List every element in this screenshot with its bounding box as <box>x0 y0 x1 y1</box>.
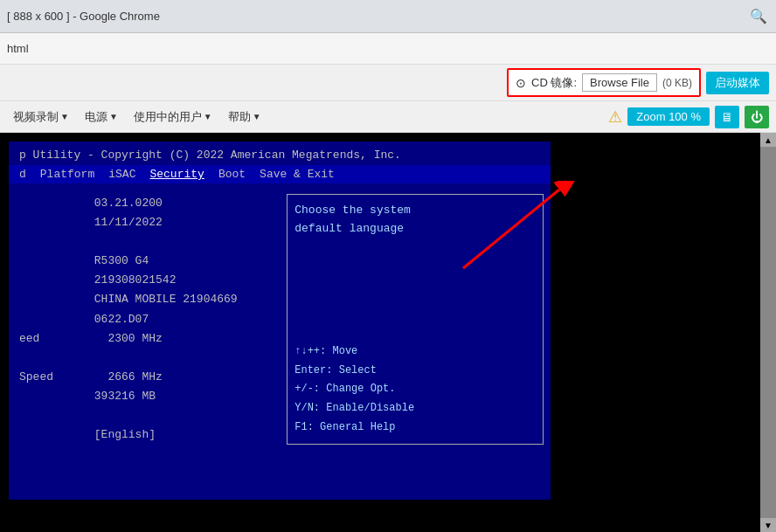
bios-left-panel: 03.21.0200 11/11/2022 R5300 G4 219308021… <box>9 190 287 448</box>
scrollbar-up[interactable]: ▲ <box>760 133 776 147</box>
file-size: (0 KB) <box>662 77 692 89</box>
browse-file-button[interactable]: Browse File <box>582 73 657 92</box>
bios-menu-item-boot[interactable]: Boot <box>218 168 246 181</box>
bios-menu-item-d[interactable]: d <box>19 168 26 181</box>
bios-header-text: p Utility - Copyright (C) 2022 American … <box>19 149 401 162</box>
cd-label: CD 镜像: <box>531 75 577 91</box>
bios-content: 03.21.0200 11/11/2022 R5300 G4 219308021… <box>9 183 551 455</box>
address-bar: html <box>0 33 776 65</box>
monitor-button[interactable]: 🖥 <box>715 106 739 128</box>
bios-right-text: Choose the systemdefault language <box>294 202 536 238</box>
dropdown-arrow3: ▼ <box>204 112 212 121</box>
bios-menu-item-platform[interactable]: Platform <box>40 168 94 181</box>
dropdown-arrow2: ▼ <box>109 112 118 121</box>
scrollbar[interactable]: ▲ ▼ <box>760 133 776 532</box>
power-button[interactable]: ⏻ <box>745 106 769 128</box>
dropdown-arrow4: ▼ <box>253 112 261 121</box>
scrollbar-down[interactable]: ▼ <box>760 518 776 532</box>
bios-container: p Utility - Copyright (C) 2022 American … <box>0 133 760 532</box>
bios-row: 03.21.0200 11/11/2022 R5300 G4 219308021… <box>19 194 276 445</box>
warning-icon: ⚠ <box>608 107 622 127</box>
bios-screen: p Utility - Copyright (C) 2022 American … <box>9 142 551 500</box>
zoom-button[interactable]: Zoom 100 % <box>627 107 710 126</box>
power-dropdown[interactable]: 电源 ▼ <box>79 106 124 128</box>
bios-menubar: d Platform iSAC Security Boot Save & Exi… <box>9 165 551 183</box>
cd-mirror-section: ⊙ CD 镜像: Browse File (0 KB) <box>507 68 701 97</box>
address-text: html <box>7 42 769 55</box>
video-record-dropdown[interactable]: 视频录制 ▼ <box>7 106 75 128</box>
vm-toolbar2: 视频录制 ▼ 电源 ▼ 使用中的用户 ▼ 帮助 ▼ ⚠ Zoom 100 % 🖥… <box>0 101 776 133</box>
scrollbar-track <box>760 147 776 518</box>
bios-right-panel: Choose the systemdefault language ↑↓++: … <box>287 194 544 445</box>
power-label: 电源 <box>85 109 107 125</box>
active-user-dropdown[interactable]: 使用中的用户 ▼ <box>128 106 218 128</box>
bios-right-bottom: ↑↓++: Move Enter: Select +/-: Change Opt… <box>294 342 536 437</box>
bios-menu-item-security[interactable]: Security <box>149 168 204 181</box>
toolbar-right: ⚠ Zoom 100 % 🖥 ⏻ <box>608 106 769 128</box>
active-user-label: 使用中的用户 <box>134 109 202 125</box>
cd-icon: ⊙ <box>516 76 526 90</box>
help-dropdown[interactable]: 帮助 ▼ <box>222 106 267 128</box>
bios-menu-item-save-exit[interactable]: Save & Exit <box>260 168 335 181</box>
help-label: 帮助 <box>228 109 251 125</box>
search-icon[interactable]: 🔍 <box>748 6 769 27</box>
bios-header: p Utility - Copyright (C) 2022 American … <box>9 142 551 165</box>
start-media-button[interactable]: 启动媒体 <box>706 72 769 94</box>
vm-toolbar: ⊙ CD 镜像: Browse File (0 KB) 启动媒体 <box>0 65 776 101</box>
main-content: p Utility - Copyright (C) 2022 American … <box>0 133 776 532</box>
dropdown-arrow: ▼ <box>60 112 69 121</box>
bios-menu-item-isac[interactable]: iSAC <box>108 168 135 181</box>
video-record-label: 视频录制 <box>13 109 59 125</box>
browser-titlebar: [ 888 x 600 ] - Google Chrome 🔍 <box>0 0 776 33</box>
browser-title: [ 888 x 600 ] - Google Chrome <box>7 10 748 23</box>
